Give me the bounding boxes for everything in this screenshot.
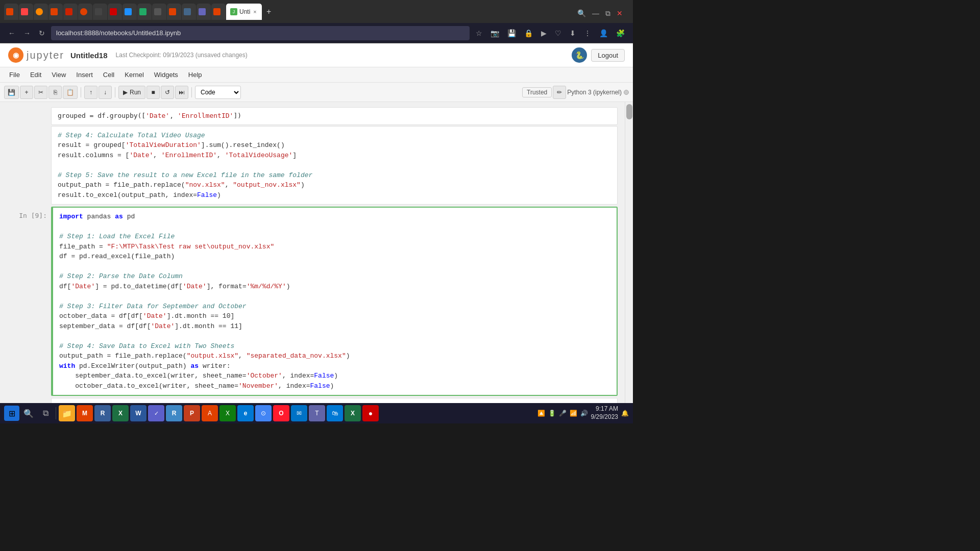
tab-item[interactable] <box>4 4 18 20</box>
tab-item[interactable] <box>34 4 48 20</box>
tab-item[interactable] <box>182 4 196 20</box>
close-icon[interactable]: ✕ <box>615 7 625 20</box>
taskbar-notifications-icon[interactable]: 🔼 <box>537 410 545 417</box>
taskbar-notifications-bell[interactable]: 🔔 <box>621 410 629 417</box>
play-icon[interactable]: ▶ <box>539 27 549 39</box>
cell-prompt-9: In [9]: <box>5 207 51 396</box>
tab-item[interactable] <box>152 4 166 20</box>
taskbar-excel2-icon[interactable]: X <box>345 405 361 421</box>
tab-item[interactable] <box>48 4 63 20</box>
taskbar-app1-icon[interactable]: A <box>202 405 218 421</box>
notebook-scrollbar[interactable] <box>625 102 633 418</box>
taskbar-store-icon[interactable]: 🛍 <box>327 405 343 421</box>
taskbar-powerpoint-icon[interactable]: P <box>184 405 200 421</box>
move-down-button[interactable]: ↓ <box>99 86 112 99</box>
restart-run-button[interactable]: ⏭ <box>175 86 188 99</box>
cell-content-step4[interactable]: # Step 4: Calculate Total Video Usage re… <box>51 126 618 205</box>
taskbar-wifi-icon[interactable]: 📶 <box>570 410 577 417</box>
menu-cell[interactable]: Cell <box>98 67 119 82</box>
tab-item[interactable] <box>197 4 211 20</box>
cell-content-above[interactable]: grouped = df.groupby(['Date', 'Enrollmen… <box>51 107 618 125</box>
cut-cell-button[interactable]: ✂ <box>34 86 47 99</box>
taskbar-xbox-icon[interactable]: X <box>219 405 236 421</box>
run-label: Run <box>130 89 141 96</box>
tab-item[interactable] <box>137 4 152 20</box>
taskbar-opera-icon[interactable]: O <box>273 405 289 421</box>
menu-help[interactable]: Help <box>183 67 207 82</box>
taskbar-r-icon[interactable]: R <box>166 405 182 421</box>
cell-prompt-above <box>5 107 51 125</box>
menu-file[interactable]: File <box>4 67 25 82</box>
taskbar-volume-icon[interactable]: 🔊 <box>580 410 588 417</box>
save-page-icon[interactable]: 💾 <box>505 27 518 39</box>
address-input[interactable] <box>51 26 470 40</box>
menu-view[interactable]: View <box>46 67 71 82</box>
move-up-button[interactable]: ↑ <box>84 86 97 99</box>
tab-active[interactable]: J Unti × <box>226 4 262 20</box>
taskbar-windows-icon[interactable]: ⊞ <box>4 406 19 421</box>
stop-button[interactable]: ■ <box>146 86 160 99</box>
jupyter-notebook: ◉ jupyter Untitled18 Last Checkpoint: 09… <box>0 43 633 418</box>
download-icon[interactable]: ⬇ <box>568 27 578 39</box>
taskbar-battery-icon[interactable]: 🔋 <box>548 410 556 417</box>
user-icon[interactable]: 👤 <box>597 27 610 39</box>
jupyter-logo: ◉ jupyter <box>8 47 64 63</box>
menu-widgets[interactable]: Widgets <box>149 67 183 82</box>
taskbar-excel1-icon[interactable]: X <box>112 405 129 421</box>
taskbar-app2-icon[interactable]: ● <box>362 405 379 421</box>
cell-step4: # Step 4: Calculate Total Video Usage re… <box>5 126 618 205</box>
refresh-button[interactable]: ↻ <box>37 27 47 39</box>
taskbar-files-icon[interactable]: 📁 <box>59 405 75 421</box>
cell-content-9[interactable]: import pandas as pd # Step 1: Load the E… <box>51 207 618 396</box>
add-cell-button[interactable]: + <box>20 86 33 99</box>
menu-edit[interactable]: Edit <box>25 67 46 82</box>
copy-cell-button[interactable]: ⎘ <box>48 86 62 99</box>
tab-item[interactable] <box>108 4 122 20</box>
maximize-icon[interactable]: ⧉ <box>603 7 612 20</box>
back-button[interactable]: ← <box>6 27 17 39</box>
edit-metadata-button[interactable]: ✏ <box>553 86 566 99</box>
run-button[interactable]: ▶ Run <box>118 86 145 99</box>
bookmark-icon[interactable]: ☆ <box>474 27 484 39</box>
taskbar-rstudio-icon[interactable]: R <box>94 405 111 421</box>
taskbar-mic-icon[interactable]: 🎤 <box>559 410 567 417</box>
tab-item[interactable] <box>211 4 226 20</box>
tab-item[interactable] <box>63 4 78 20</box>
menu-dots-icon[interactable]: ⋮ <box>582 27 593 39</box>
cell-type-select[interactable]: Code Markdown Raw <box>195 86 241 99</box>
heart-icon[interactable]: ♡ <box>553 27 564 39</box>
tab-item[interactable] <box>122 4 137 20</box>
taskbar-word-icon[interactable]: W <box>130 405 146 421</box>
minimize-icon[interactable]: — <box>590 7 601 20</box>
clock-display[interactable]: 9:17 AM 9/29/2023 <box>591 405 618 421</box>
new-tab-button[interactable]: + <box>262 5 275 18</box>
tab-item[interactable] <box>93 4 107 20</box>
taskbar: ⊞ 🔍 ⧉ 📁 M R X W ✓ R P A X e ⊙ O ✉ T 🛍 X … <box>0 403 633 423</box>
screenshot-icon[interactable]: 📷 <box>488 27 501 39</box>
clock-time: 9:17 AM <box>591 405 618 413</box>
tab-item[interactable] <box>19 4 33 20</box>
notebook-title[interactable]: Untitled18 <box>70 51 108 60</box>
menu-insert[interactable]: Insert <box>71 67 98 82</box>
toolbar-sep1 <box>81 87 81 97</box>
logout-button[interactable]: Logout <box>591 49 625 62</box>
taskbar-taskview-icon[interactable]: ⧉ <box>38 406 53 421</box>
search-browser-icon[interactable]: 🔍 <box>575 7 588 20</box>
menu-kernel[interactable]: Kernel <box>119 67 149 82</box>
trusted-badge[interactable]: Trusted <box>522 87 552 97</box>
taskbar-chrome-icon[interactable]: ⊙ <box>255 405 272 421</box>
extensions-icon[interactable]: 🧩 <box>614 27 627 39</box>
save-button[interactable]: 💾 <box>4 86 19 99</box>
restart-button[interactable]: ↺ <box>161 86 174 99</box>
taskbar-edge-icon[interactable]: e <box>237 405 254 421</box>
taskbar-mail-icon[interactable]: ✉ <box>291 405 307 421</box>
taskbar-matlab-icon[interactable]: M <box>77 405 93 421</box>
taskbar-todo-icon[interactable]: ✓ <box>148 405 164 421</box>
lock-icon[interactable]: 🔒 <box>522 27 535 39</box>
tab-item[interactable] <box>167 4 181 20</box>
forward-button[interactable]: → <box>21 27 33 39</box>
paste-cell-button[interactable]: 📋 <box>63 86 78 99</box>
taskbar-teams-icon[interactable]: T <box>309 405 325 421</box>
tab-item[interactable] <box>78 4 92 20</box>
taskbar-search-icon[interactable]: 🔍 <box>21 406 36 421</box>
